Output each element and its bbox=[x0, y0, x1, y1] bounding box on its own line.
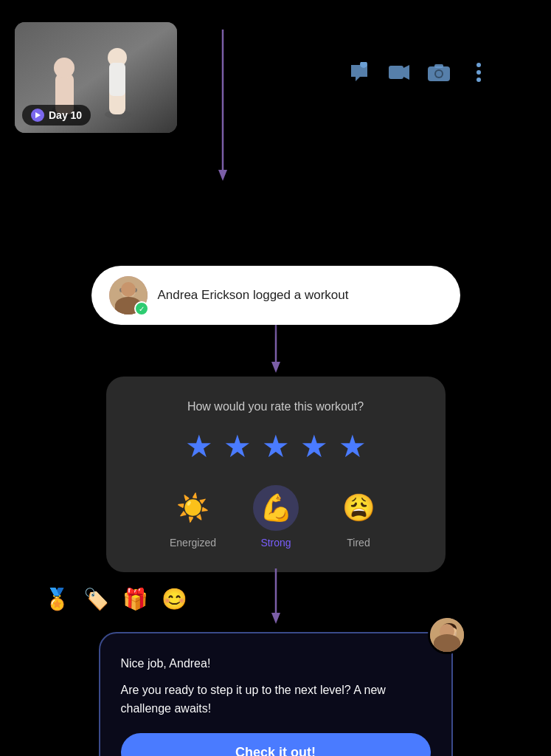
svg-rect-8 bbox=[109, 63, 125, 96]
svg-point-16 bbox=[436, 71, 442, 77]
star-5[interactable]: ★ bbox=[339, 428, 367, 464]
star-3[interactable]: ★ bbox=[262, 428, 290, 464]
coach-avatar-svg bbox=[430, 618, 466, 654]
workout-day-badge: Day 10 bbox=[22, 105, 91, 126]
play-icon bbox=[31, 109, 44, 122]
user-avatar-container: ✓ bbox=[109, 276, 148, 315]
camera-icon-top[interactable] bbox=[426, 59, 452, 86]
chat-line2: Are you ready to step it up to the next … bbox=[121, 681, 431, 718]
mood-strong-emoji: 💪 bbox=[253, 485, 299, 531]
chat-line1: Nice job, Andrea! bbox=[121, 654, 431, 673]
arrow-notification-to-rating bbox=[268, 325, 283, 377]
smile-icon[interactable]: 😊 bbox=[162, 587, 187, 611]
svg-marker-10 bbox=[218, 170, 227, 181]
menu-icon-top[interactable] bbox=[465, 59, 492, 86]
svg-rect-12 bbox=[389, 66, 403, 79]
icons-row-top bbox=[346, 59, 492, 86]
rating-question: How would you rate this workout? bbox=[187, 400, 364, 413]
mood-strong[interactable]: 💪 Strong bbox=[253, 485, 299, 549]
notification-section: ✓ Andrea Erickson logged a workout bbox=[15, 266, 536, 325]
mood-tired-emoji: 😩 bbox=[336, 485, 381, 531]
bottom-row: 🏅 🏷️ 🎁 😊 bbox=[15, 587, 536, 611]
mood-energized-emoji: ☀️ bbox=[170, 485, 215, 531]
medal-icon[interactable]: 🏅 bbox=[44, 587, 70, 611]
svg-point-19 bbox=[477, 70, 481, 75]
mood-tired[interactable]: 😩 Tired bbox=[336, 485, 381, 549]
svg-rect-25 bbox=[119, 288, 137, 292]
tag-icon[interactable]: 🏷️ bbox=[83, 587, 109, 611]
svg-point-22 bbox=[121, 284, 136, 298]
svg-point-30 bbox=[430, 618, 466, 654]
rating-section: How would you rate this workout? ★ ★ ★ ★… bbox=[15, 377, 536, 572]
arrow-rating-to-chat-container bbox=[268, 568, 283, 630]
chat-text: Nice job, Andrea! Are you ready to step … bbox=[121, 654, 431, 718]
day-label: Day 10 bbox=[49, 109, 82, 121]
notification-text: Andrea Erickson logged a workout bbox=[158, 288, 349, 303]
mood-energized[interactable]: ☀️ Energized bbox=[170, 485, 216, 549]
svg-marker-13 bbox=[403, 65, 409, 80]
arrow-rating-to-chat bbox=[268, 568, 283, 628]
rating-card: How would you rate this workout? ★ ★ ★ ★… bbox=[106, 377, 446, 572]
workout-card[interactable]: Day 10 bbox=[15, 22, 177, 133]
svg-marker-27 bbox=[271, 362, 280, 373]
star-1[interactable]: ★ bbox=[185, 428, 213, 464]
star-4[interactable]: ★ bbox=[300, 428, 328, 464]
svg-point-18 bbox=[477, 63, 481, 67]
notification-card: ✓ Andrea Erickson logged a workout bbox=[91, 266, 460, 325]
check-out-button[interactable]: Check it out! bbox=[121, 733, 431, 756]
check-badge: ✓ bbox=[134, 301, 149, 316]
svg-point-35 bbox=[442, 627, 457, 634]
bottom-icons-left: 🏅 🏷️ 🎁 😊 bbox=[44, 587, 187, 611]
mood-tired-label: Tired bbox=[347, 537, 370, 549]
video-icon-top[interactable] bbox=[386, 59, 412, 86]
page-container: Day 10 bbox=[0, 0, 551, 756]
top-section: Day 10 bbox=[15, 22, 536, 133]
svg-marker-29 bbox=[271, 613, 280, 624]
svg-point-24 bbox=[122, 285, 134, 297]
chat-section: Nice job, Andrea! Are you ready to step … bbox=[15, 632, 536, 756]
stars-row: ★ ★ ★ ★ ★ bbox=[185, 428, 367, 464]
svg-rect-17 bbox=[434, 64, 443, 68]
gift-icon[interactable]: 🎁 bbox=[122, 587, 148, 611]
chat-icon-top[interactable] bbox=[346, 59, 372, 86]
star-2[interactable]: ★ bbox=[223, 428, 252, 464]
chat-card: Nice job, Andrea! Are you ready to step … bbox=[99, 632, 453, 756]
svg-point-33 bbox=[443, 627, 455, 639]
svg-point-20 bbox=[477, 78, 481, 82]
mood-strong-label: Strong bbox=[260, 537, 291, 549]
mood-energized-label: Energized bbox=[170, 537, 216, 549]
svg-point-32 bbox=[436, 643, 462, 654]
coach-avatar bbox=[428, 616, 466, 654]
arrow-card-to-notification bbox=[215, 30, 230, 185]
mood-row: ☀️ Energized 💪 Strong 😩 Tired bbox=[170, 485, 381, 549]
svg-point-4 bbox=[54, 58, 74, 78]
